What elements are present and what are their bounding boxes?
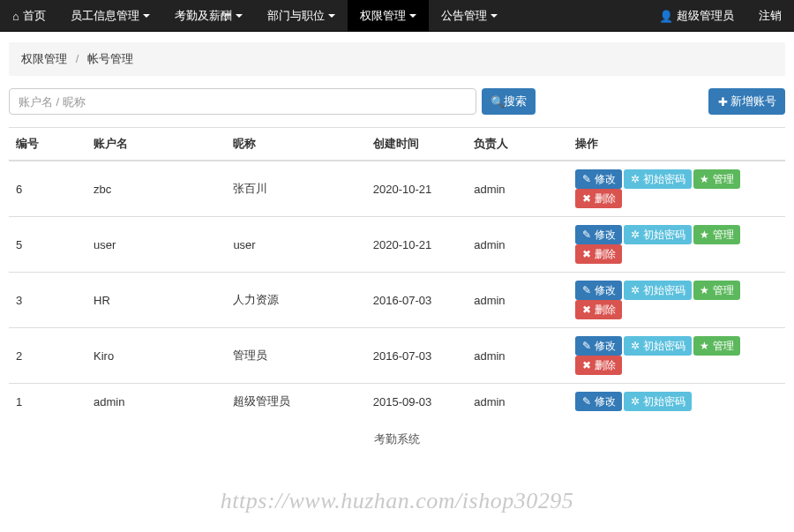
init-pwd-button-label: 初始密码	[643, 283, 685, 298]
nav-attend[interactable]: 考勤及薪酬	[162, 0, 255, 32]
cell-nick: 张百川	[226, 161, 365, 217]
init-pwd-button-icon: ✲	[630, 340, 640, 352]
delete-button-label: 删除	[595, 247, 616, 262]
manage-button-icon: ★	[700, 284, 710, 296]
delete-button-icon: ✖	[581, 248, 592, 260]
delete-button[interactable]: ✖删除	[575, 189, 622, 208]
plus-icon: ✚	[717, 95, 728, 109]
breadcrumb-level-2: 帐号管理	[87, 52, 133, 65]
nav-current-user[interactable]: 👤超级管理员	[647, 0, 746, 32]
breadcrumb-sep: /	[76, 52, 79, 65]
edit-button[interactable]: ✎修改	[575, 392, 622, 411]
table-row: 5useruser2020-10-21admin✎修改✲初始密码★管理✖删除	[9, 217, 785, 273]
cell-id: 2	[9, 328, 86, 384]
search-button[interactable]: 🔍搜索	[482, 88, 536, 115]
delete-button[interactable]: ✖删除	[575, 244, 622, 264]
cell-ops: ✎修改✲初始密码★管理✖删除	[568, 161, 785, 217]
cell-created: 2020-10-21	[366, 161, 467, 217]
edit-button-icon: ✎	[581, 173, 592, 185]
cell-owner: admin	[467, 384, 567, 420]
nav-perm[interactable]: 权限管理	[348, 0, 429, 32]
edit-button[interactable]: ✎修改	[575, 336, 622, 356]
cell-account: Kiro	[86, 328, 226, 384]
cell-account: user	[86, 217, 226, 273]
nav-logout-label: 注销	[759, 8, 782, 24]
manage-button[interactable]: ★管理	[693, 336, 740, 356]
cell-id: 5	[9, 217, 86, 273]
breadcrumb: 权限管理 / 帐号管理	[9, 42, 785, 76]
breadcrumb-level-1[interactable]: 权限管理	[21, 52, 67, 65]
manage-button-icon: ★	[700, 340, 710, 352]
manage-button-label: 管理	[713, 228, 734, 243]
init-pwd-button-icon: ✲	[630, 395, 640, 408]
cell-ops: ✎修改✲初始密码★管理✖删除	[568, 328, 785, 384]
init-pwd-button[interactable]: ✲初始密码	[624, 225, 692, 244]
nav-dept-label: 部门与职位	[267, 8, 325, 24]
init-pwd-button[interactable]: ✲初始密码	[624, 169, 692, 189]
cell-owner: admin	[467, 273, 567, 328]
cell-ops: ✎修改✲初始密码★管理✖删除	[568, 273, 785, 328]
delete-button-label: 删除	[595, 191, 616, 206]
manage-button-label: 管理	[713, 339, 734, 354]
nav-notice-label: 公告管理	[441, 8, 487, 24]
manage-button[interactable]: ★管理	[693, 281, 740, 300]
delete-button-icon: ✖	[581, 359, 592, 371]
edit-button[interactable]: ✎修改	[575, 225, 622, 244]
cell-account: HR	[86, 273, 226, 328]
accounts-table: 编号 账户名 昵称 创建时间 负责人 操作 6zbc张百川2020-10-21a…	[9, 127, 785, 419]
table-row: 2Kiro管理员2016-07-03admin✎修改✲初始密码★管理✖删除	[9, 328, 785, 384]
init-pwd-button-label: 初始密码	[643, 228, 685, 243]
table-row: 6zbc张百川2020-10-21admin✎修改✲初始密码★管理✖删除	[9, 161, 785, 217]
edit-button-label: 修改	[595, 172, 616, 187]
delete-button[interactable]: ✖删除	[575, 300, 622, 319]
edit-button[interactable]: ✎修改	[575, 169, 622, 189]
delete-button[interactable]: ✖删除	[575, 356, 622, 375]
nav-logout[interactable]: 注销	[746, 0, 794, 32]
table-row: 1admin超级管理员2015-09-03admin✎修改✲初始密码	[9, 384, 785, 420]
cell-ops: ✎修改✲初始密码	[568, 384, 785, 420]
edit-button-label: 修改	[595, 283, 616, 298]
init-pwd-button-label: 初始密码	[643, 172, 685, 187]
caret-icon	[491, 14, 498, 18]
nav-user-label: 超级管理员	[677, 8, 734, 24]
nav-home-label: 首页	[23, 8, 46, 24]
edit-button-icon: ✎	[581, 229, 592, 241]
cell-created: 2016-07-03	[366, 273, 467, 328]
nav-dept[interactable]: 部门与职位	[255, 0, 348, 32]
cell-owner: admin	[467, 161, 567, 217]
init-pwd-button[interactable]: ✲初始密码	[624, 281, 692, 300]
footer-text: 考勤系统	[9, 419, 785, 460]
toolbar: 🔍搜索 ✚新增账号	[9, 88, 785, 115]
delete-button-label: 删除	[595, 358, 616, 373]
nav-staff[interactable]: 员工信息管理	[58, 0, 162, 32]
manage-button-icon: ★	[700, 229, 710, 241]
nav-left: ⌂首页 员工信息管理 考勤及薪酬 部门与职位 权限管理 公告管理	[0, 0, 510, 31]
nav-notice[interactable]: 公告管理	[429, 0, 510, 32]
col-nick: 昵称	[226, 128, 365, 161]
nav-home[interactable]: ⌂首页	[0, 0, 58, 32]
search-group: 🔍搜索	[9, 88, 536, 115]
caret-icon	[409, 14, 416, 18]
manage-button[interactable]: ★管理	[693, 169, 740, 189]
init-pwd-button[interactable]: ✲初始密码	[624, 336, 692, 356]
edit-button-icon: ✎	[581, 395, 592, 408]
edit-button-icon: ✎	[581, 284, 592, 296]
nav-attend-label: 考勤及薪酬	[175, 8, 232, 24]
cell-owner: admin	[467, 328, 567, 384]
cell-nick: 管理员	[226, 328, 365, 384]
init-pwd-button-icon: ✲	[630, 173, 640, 185]
add-account-button[interactable]: ✚新增账号	[708, 88, 785, 115]
edit-button[interactable]: ✎修改	[575, 281, 622, 300]
search-input[interactable]	[9, 88, 476, 115]
cell-id: 1	[9, 384, 86, 420]
manage-button-icon: ★	[700, 173, 710, 185]
delete-button-icon: ✖	[581, 303, 592, 316]
home-icon: ⌂	[12, 10, 19, 23]
cell-account: admin	[86, 384, 226, 420]
cell-nick: user	[226, 217, 365, 273]
manage-button[interactable]: ★管理	[693, 225, 740, 244]
manage-button-label: 管理	[713, 283, 734, 298]
init-pwd-button-icon: ✲	[630, 284, 640, 296]
init-pwd-button[interactable]: ✲初始密码	[624, 392, 692, 411]
col-id: 编号	[9, 128, 86, 161]
